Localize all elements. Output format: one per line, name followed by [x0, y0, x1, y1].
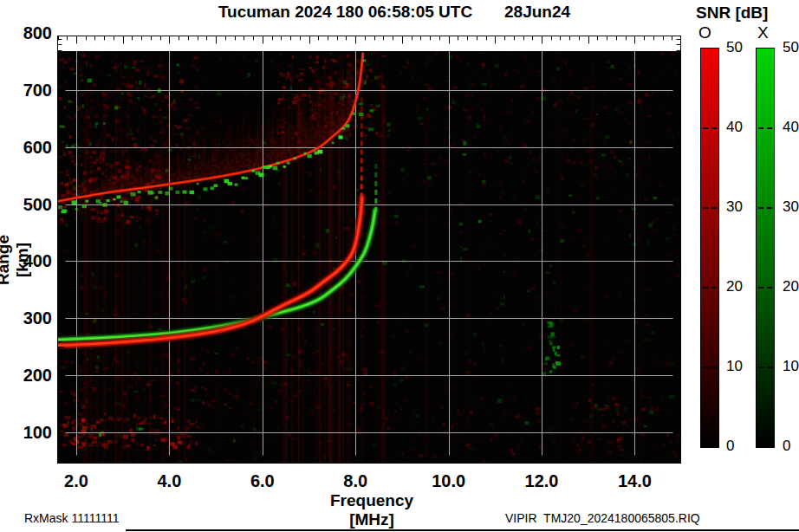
x-tick-label-4.0: 4.0 [145, 471, 193, 491]
y-tick-label-400: 400 [0, 251, 52, 270]
colorbar-tick-dash [758, 287, 763, 289]
x-mode-label: X [757, 23, 769, 42]
colorbar-tick-label-30: 30 [726, 199, 754, 215]
y-tick-label-500: 500 [0, 195, 52, 214]
colorbar-tick-dash [703, 367, 708, 368]
ionogram-canvas [57, 36, 681, 464]
bottom-border-line [126, 529, 799, 531]
colorbar-tick-dash [711, 287, 717, 289]
y-tick-label-300: 300 [0, 308, 52, 328]
x-tick-label-12.0: 12.0 [517, 471, 566, 491]
colorbar-tick-dash [758, 207, 763, 209]
colorbar-tick-dash [711, 367, 717, 368]
colorbar-tick-label-20: 20 [726, 279, 754, 295]
colorbar-tick-dash [767, 127, 772, 129]
x-mode-colorbar [756, 48, 775, 448]
colorbar-tick-dash [703, 287, 708, 289]
colorbar-tick-dash [758, 367, 763, 368]
colorbar-tick-label-0: 0 [726, 438, 754, 454]
x-tick-label-10.0: 10.0 [425, 471, 473, 491]
colorbar-tick-dash [711, 127, 717, 129]
o-mode-label: O [698, 23, 711, 42]
y-tick-label-100: 100 [0, 423, 52, 442]
colorbar-tick-dash [767, 207, 772, 209]
colorbar-tick-label-50: 50 [726, 40, 754, 55]
colorbar-tick-label-40: 40 [783, 120, 799, 135]
x-tick-label-2.0: 2.0 [52, 471, 101, 491]
x-tick-label-8.0: 8.0 [331, 471, 380, 491]
legend-title: SNR [dB] [696, 3, 768, 23]
colorbar-tick-dash [767, 367, 772, 368]
colorbar-tick-label-10: 10 [726, 359, 754, 374]
colorbar-tick-dash [703, 207, 708, 209]
rxmask-text: RxMask 11111111 [24, 511, 119, 525]
ionogram-plot [57, 36, 681, 464]
colorbar-tick-label-10: 10 [783, 359, 799, 374]
source-file-text: VIPIR TMJ20_2024180065805.RIQ [505, 511, 700, 525]
x-tick-label-14.0: 14.0 [610, 471, 659, 491]
colorbar-tick-label-50: 50 [783, 40, 799, 55]
x-tick-label-6.0: 6.0 [238, 471, 287, 491]
o-mode-colorbar [700, 48, 719, 448]
colorbar-tick-dash [758, 127, 763, 129]
plot-title: Tucuman 2024 180 06:58:05 UTC 28Jun24 [134, 3, 654, 22]
colorbar-tick-dash [767, 287, 772, 289]
y-tick-label-700: 700 [0, 81, 52, 100]
colorbar-tick-label-0: 0 [783, 438, 799, 454]
colorbar-tick-dash [711, 207, 717, 209]
colorbar-tick-label-40: 40 [726, 120, 754, 135]
x-axis-label: Frequency [MHz] [306, 491, 438, 529]
y-tick-label-200: 200 [0, 366, 52, 385]
y-tick-label-600: 600 [0, 138, 52, 157]
colorbar-tick-label-30: 30 [783, 199, 799, 215]
ionogram-page: Tucuman 2024 180 06:58:05 UTC 28Jun24 Ra… [0, 0, 799, 532]
colorbar-tick-label-20: 20 [783, 279, 799, 295]
colorbar-tick-dash [703, 127, 708, 129]
y-tick-label-800: 800 [0, 23, 52, 42]
